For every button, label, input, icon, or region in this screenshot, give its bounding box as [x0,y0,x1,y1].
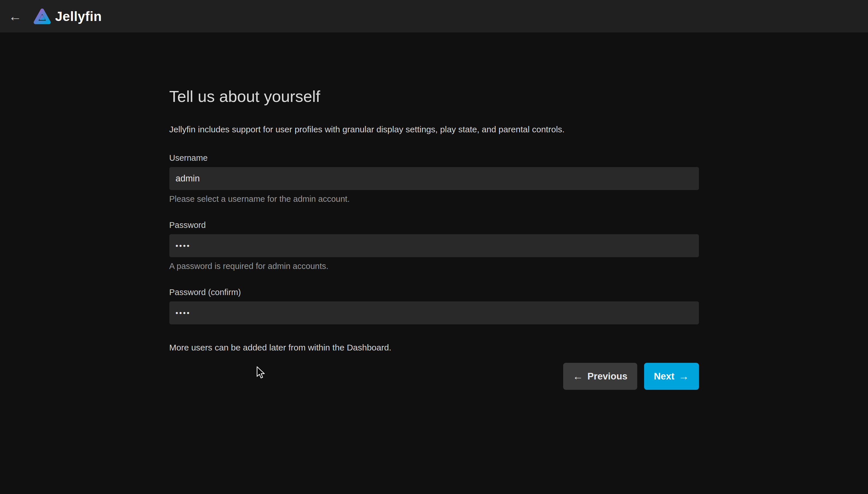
next-button[interactable]: Next → [644,363,699,390]
previous-button[interactable]: ← Previous [563,363,637,390]
jellyfin-logo-icon [33,7,51,25]
password-confirm-input[interactable] [169,301,699,324]
intro-text: Jellyfin includes support for user profi… [169,125,699,134]
next-button-label: Next [654,371,675,382]
arrow-left-icon: ← [573,371,583,381]
username-helper-text: Please select a username for the admin a… [169,194,699,204]
setup-wizard-panel: Tell us about yourself Jellyfin includes… [169,33,699,390]
password-confirm-field-group: Password (confirm) [169,288,699,324]
back-arrow-icon: ← [8,9,22,24]
username-label: Username [169,153,699,163]
app-header: ← Jellyfin [0,0,868,33]
wizard-actions: ← Previous Next → [169,363,699,390]
previous-button-label: Previous [587,371,628,382]
username-input[interactable] [169,167,699,190]
back-button[interactable]: ← [8,8,22,25]
page-title: Tell us about yourself [169,87,699,106]
password-input[interactable] [169,234,699,257]
note-text: More users can be added later from withi… [169,343,699,353]
brand: Jellyfin [33,7,102,25]
password-label: Password [169,221,699,230]
app-title: Jellyfin [55,8,102,24]
password-field-group: Password A password is required for admi… [169,221,699,271]
username-field-group: Username Please select a username for th… [169,153,699,204]
password-confirm-label: Password (confirm) [169,288,699,297]
main-content: Tell us about yourself Jellyfin includes… [0,33,868,390]
password-helper-text: A password is required for admin account… [169,262,699,271]
arrow-right-icon: → [679,371,689,381]
